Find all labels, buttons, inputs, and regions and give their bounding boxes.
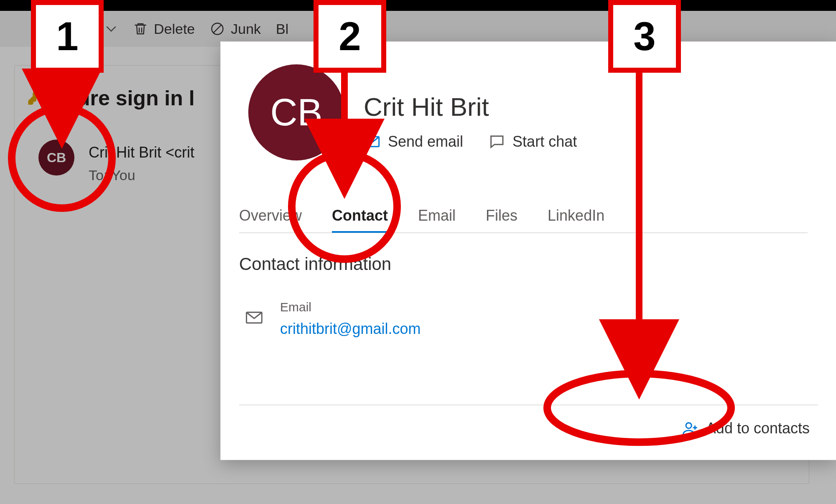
tab-linkedin[interactable]: LinkedIn — [548, 207, 604, 224]
card-avatar-initials: CB — [270, 91, 322, 134]
contact-card: CB Crit Hit Brit Send email Start chat O… — [220, 41, 836, 460]
sender-avatar-initials: CB — [47, 150, 66, 165]
tab-contact[interactable]: Contact — [332, 207, 388, 224]
callout-2-label: 2 — [339, 13, 361, 59]
callout-3: 3 — [608, 0, 681, 73]
block-button-partial[interactable]: Bl — [276, 21, 288, 37]
add-to-contacts-label: Add to contacts — [706, 420, 810, 437]
sender-avatar[interactable]: CB — [38, 140, 74, 176]
mail-outline-icon — [245, 308, 263, 327]
start-chat-button[interactable]: Start chat — [488, 133, 577, 150]
message-subject: Secure sign in l — [40, 86, 195, 110]
delete-label: Delete — [154, 21, 195, 37]
block-label: Bl — [276, 21, 288, 37]
add-to-contacts-button[interactable]: Add to contacts — [239, 405, 818, 451]
svg-point-4 — [686, 423, 691, 428]
tab-email[interactable]: Email — [418, 207, 456, 224]
callout-1: 1 — [31, 0, 104, 73]
trash-icon — [133, 21, 148, 36]
tab-overview[interactable]: Overview — [239, 207, 302, 224]
send-email-label: Send email — [388, 133, 463, 150]
callout-3-label: 3 — [633, 13, 655, 59]
card-actions: Send email Start chat — [364, 133, 577, 150]
card-display-name: Crit Hit Brit — [364, 92, 489, 122]
send-email-button[interactable]: Send email — [364, 133, 463, 150]
callout-2: 2 — [314, 0, 386, 73]
card-avatar: CB — [248, 64, 344, 160]
to-line: To: You — [89, 167, 135, 183]
chat-icon — [488, 133, 505, 150]
card-tabs: Overview Contact Email Files LinkedIn — [239, 199, 808, 233]
add-person-icon — [682, 420, 698, 437]
delete-button[interactable]: Delete — [133, 21, 195, 37]
svg-line-1 — [214, 25, 221, 33]
email-field-label: Email — [280, 300, 421, 314]
email-field-value[interactable]: crithitbrit@gmail.com — [280, 320, 421, 338]
tab-files[interactable]: Files — [486, 207, 517, 224]
email-info-row: Email crithitbrit@gmail.com — [245, 300, 421, 338]
start-chat-label: Start chat — [512, 133, 577, 150]
mail-icon — [364, 133, 380, 150]
block-icon — [210, 21, 225, 36]
more-chevron[interactable] — [104, 22, 118, 36]
section-title: Contact information — [239, 254, 391, 274]
junk-button[interactable]: Junk — [210, 21, 261, 37]
callout-1-label: 1 — [56, 13, 78, 59]
sender-line: Crit Hit Brit <crit — [89, 144, 194, 161]
junk-label: Junk — [231, 21, 261, 37]
chevron-down-icon — [104, 22, 118, 36]
